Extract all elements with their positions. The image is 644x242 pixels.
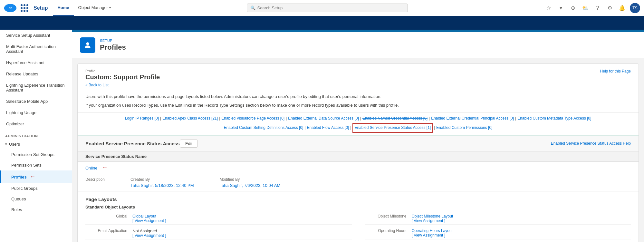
second-nav bbox=[0, 16, 644, 30]
created-by-link[interactable]: Taha Saghir, 5/18/2023, 12:40 PM bbox=[130, 183, 194, 188]
sidebar-sub-item-permission-set-groups[interactable]: Permission Set Groups bbox=[0, 149, 72, 160]
link-visualforce[interactable]: Enabled Visualforce Page Access [0] bbox=[221, 115, 284, 122]
description-text: Users with this profile have the permiss… bbox=[78, 90, 639, 112]
profile-icon-box bbox=[80, 37, 95, 53]
svg-point-2 bbox=[86, 42, 89, 45]
object-milestone-link[interactable]: Object Milestone Layout bbox=[412, 214, 453, 218]
modified-by-value: Taha Saghir, 7/6/2023, 10:04 AM bbox=[220, 183, 281, 188]
link-custom-metadata[interactable]: Enabled Custom Metadata Type Access [0] bbox=[517, 115, 591, 122]
content-area: Help for this Page Profile Custom: Suppo… bbox=[77, 63, 639, 242]
sidebar-item-salesforce-mobile[interactable]: Salesforce Mobile App bbox=[0, 96, 72, 107]
help-link[interactable]: Help for this Page bbox=[600, 69, 631, 73]
search-input[interactable] bbox=[257, 5, 404, 10]
link-named-credential[interactable]: Enabled Named Credential Access [0] bbox=[362, 115, 428, 122]
gear-icon[interactable]: ⚙ bbox=[605, 4, 614, 13]
edit-button[interactable]: Edit bbox=[180, 140, 198, 148]
breadcrumb: SETUP bbox=[100, 39, 126, 43]
top-nav: SF Setup Home Object Manager ▾ 🔍 ☆ ▾ ⊕ ⛅… bbox=[0, 0, 644, 16]
global-assignment-link[interactable]: [ View Assignment ] bbox=[132, 218, 166, 223]
presence-help-link[interactable]: Enabled Service Presence Status Access H… bbox=[551, 141, 631, 146]
presence-table: Service Presence Status Name Online ← bbox=[78, 151, 639, 174]
modified-by-link[interactable]: Taha Saghir, 7/6/2023, 10:04 AM bbox=[220, 183, 281, 188]
link-login-ip[interactable]: Login IP Ranges [0] bbox=[125, 115, 159, 122]
arrow-icon: ← bbox=[30, 173, 35, 180]
layout-label-operating-hours: Operating Hours bbox=[365, 228, 407, 233]
quick-links: Login IP Ranges [0] | Enabled Apex Class… bbox=[78, 112, 639, 136]
tab-object-manager[interactable]: Object Manager ▾ bbox=[74, 0, 116, 16]
chevron-down-icon: ▾ bbox=[109, 6, 111, 9]
link-apex-class[interactable]: Enabled Apex Class Access [21] bbox=[162, 115, 218, 122]
profile-label: Profile bbox=[85, 69, 631, 73]
link-flow[interactable]: Enabled Flow Access [0] bbox=[307, 124, 349, 131]
email-assignment-link[interactable]: [ View Assignment ] bbox=[132, 233, 166, 238]
layout-row-object-milestone: Object Milestone Object Milestone Layout… bbox=[365, 213, 631, 225]
link-custom-permissions[interactable]: Enabled Custom Permissions [0] bbox=[436, 124, 492, 131]
sidebar-item-mfa[interactable]: Multi-Factor Authentication Assistant bbox=[0, 41, 72, 57]
layout-value-object-milestone: Object Milestone Layout [ View Assignmen… bbox=[412, 214, 453, 223]
sidebar-sub-item-public-groups[interactable]: Public Groups bbox=[0, 183, 72, 194]
cloud-icon[interactable]: ⛅ bbox=[581, 4, 590, 13]
layout-label-object-milestone: Object Milestone bbox=[365, 214, 407, 218]
link-external-data[interactable]: Enabled External Data Source Access [0] bbox=[288, 115, 359, 122]
profile-title: Custom: Support Profile bbox=[85, 73, 631, 81]
dots-grid bbox=[21, 4, 28, 12]
bell-icon[interactable]: 🔔 bbox=[618, 4, 627, 13]
page-header: SETUP Profiles bbox=[72, 32, 644, 58]
row-arrow-icon: ← bbox=[102, 164, 108, 171]
link-external-credential[interactable]: Enabled External Credential Principal Ac… bbox=[431, 115, 514, 122]
online-link[interactable]: Online bbox=[85, 166, 98, 170]
sidebar-item-service-setup[interactable]: Service Setup Assistant bbox=[0, 30, 72, 41]
layout-value-global: Global Layout [ View Assignment ] bbox=[132, 214, 166, 223]
help-icon[interactable]: ? bbox=[593, 4, 602, 13]
sidebar-item-lightning-transition[interactable]: Lightning Experience Transition Assistan… bbox=[0, 80, 72, 96]
users-group-header[interactable]: ▾ Users bbox=[0, 139, 72, 149]
sidebar-sub-item-profiles[interactable]: Profiles ← bbox=[0, 170, 72, 183]
metadata-section: Description Created By Taha Saghir, 5/18… bbox=[78, 174, 639, 191]
sidebar: Service Setup Assistant Multi-Factor Aut… bbox=[0, 30, 72, 242]
page-title: Profiles bbox=[100, 43, 126, 52]
desc-line2: If your organization uses Record Types, … bbox=[85, 102, 631, 109]
created-by-group: Created By Taha Saghir, 5/18/2023, 12:40… bbox=[130, 177, 194, 188]
sidebar-item-lightning-usage[interactable]: Lightning Usage bbox=[0, 107, 72, 118]
sidebar-item-hyperforce[interactable]: Hyperforce Assistant bbox=[0, 57, 72, 68]
operating-hours-link[interactable]: Operating Hours Layout bbox=[412, 228, 453, 233]
layouts-sub-title: Standard Object Layouts bbox=[85, 205, 631, 209]
layout-row-operating-hours: Operating Hours Operating Hours Layout [… bbox=[365, 227, 631, 239]
link-service-presence[interactable]: Enabled Service Presence Status Access [… bbox=[354, 124, 431, 131]
top-icons: ☆ ▾ ⊕ ⛅ ? ⚙ 🔔 TS bbox=[544, 3, 640, 13]
link-custom-setting[interactable]: Enabled Custom Setting Definitions Acces… bbox=[224, 124, 303, 131]
sidebar-sub-item-queues[interactable]: Queues bbox=[0, 194, 72, 204]
salesforce-logo: SF bbox=[4, 2, 17, 15]
add-icon[interactable]: ⊕ bbox=[569, 4, 578, 13]
layout-row-global: Global Global Layout [ View Assignment ] bbox=[85, 213, 352, 225]
created-by-label: Created By bbox=[130, 177, 194, 182]
search-bar[interactable]: 🔍 bbox=[247, 4, 408, 12]
desc-label: Description bbox=[85, 177, 105, 182]
layouts-grid: Global Global Layout [ View Assignment ]… bbox=[85, 213, 631, 242]
presence-section-title: Enabled Service Presence Status Access bbox=[85, 141, 180, 146]
sidebar-sub-item-permission-sets[interactable]: Permission Sets bbox=[0, 160, 72, 170]
sidebar-item-release-updates[interactable]: Release Updates bbox=[0, 68, 72, 80]
star-icon[interactable]: ☆ bbox=[544, 4, 553, 13]
dropdown-icon[interactable]: ▾ bbox=[556, 4, 565, 13]
layout-label-email: Email Application bbox=[85, 228, 127, 233]
svg-text:SF: SF bbox=[9, 7, 12, 10]
nav-tabs: Home Object Manager ▾ bbox=[53, 0, 115, 16]
sidebar-sub-item-roles[interactable]: Roles bbox=[0, 204, 72, 215]
highlighted-service-presence: Enabled Service Presence Status Access [… bbox=[352, 123, 433, 133]
back-to-list-link[interactable]: « Back to List bbox=[85, 83, 109, 87]
tab-home[interactable]: Home bbox=[53, 0, 73, 16]
header-text: SETUP Profiles bbox=[100, 39, 126, 52]
layouts-section-title: Page Layouts bbox=[85, 197, 631, 202]
operating-hours-assignment-link[interactable]: [ View Assignment ] bbox=[412, 233, 453, 237]
layout: Service Setup Assistant Multi-Factor Aut… bbox=[0, 30, 644, 242]
quick-links-row2: Enabled Custom Setting Definitions Acces… bbox=[85, 123, 631, 133]
teal-band bbox=[72, 30, 644, 32]
app-launcher[interactable] bbox=[21, 4, 30, 12]
sidebar-item-optimizer[interactable]: Optimizer bbox=[0, 118, 72, 130]
main-content: SETUP Profiles Help for this Page Profil… bbox=[72, 30, 644, 242]
avatar[interactable]: TS bbox=[630, 3, 640, 13]
global-layout-link[interactable]: Global Layout bbox=[132, 214, 166, 218]
help-link-wrapper: Help for this Page Profile Custom: Suppo… bbox=[85, 69, 631, 81]
object-milestone-assignment-link[interactable]: [ View Assignment ] bbox=[412, 218, 453, 223]
